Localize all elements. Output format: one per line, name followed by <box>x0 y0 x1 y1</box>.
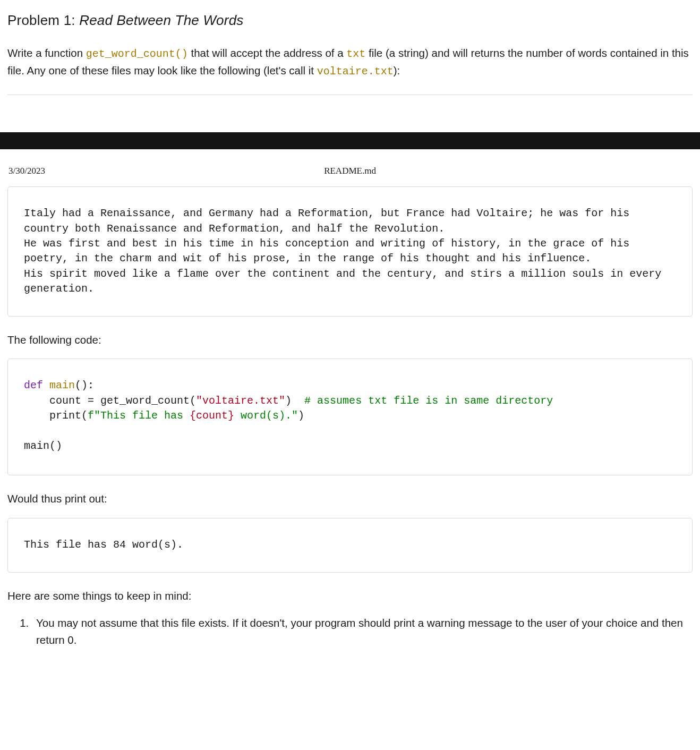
code-function: main <box>43 379 75 391</box>
code-text: main() <box>24 440 62 452</box>
code-text: ) <box>285 395 304 407</box>
intro-paragraph: Write a function get_word_count() that w… <box>7 45 693 80</box>
intro-text: that will accept the address of a <box>188 47 347 59</box>
page-header: 3/30/2023 README.md <box>7 164 693 177</box>
document-page: 3/30/2023 README.md Italy had a Renaissa… <box>0 149 700 672</box>
code-fstring: word(s)." <box>234 410 298 422</box>
code-inline-function: get_word_count() <box>86 48 188 60</box>
intro-text: Write a function <box>7 47 86 59</box>
code-text: count = get_word_count( <box>24 395 196 407</box>
code-interp: {count} <box>190 410 234 422</box>
code-text: print( <box>24 410 88 422</box>
list-item: You may not assume that this file exists… <box>32 615 693 649</box>
code-text: (): <box>75 379 94 391</box>
code-inline-filename: voltaire.txt <box>317 65 394 78</box>
paragraph: Here are some things to keep in mind: <box>7 587 693 604</box>
code-text: ) <box>298 410 304 422</box>
code-comment: # assumes txt file is in same directory <box>304 395 553 407</box>
code-inline-ext: txt <box>346 48 365 60</box>
horizontal-rule <box>7 95 693 95</box>
notes-list: You may not assume that this file exists… <box>32 615 693 649</box>
code-block: def main(): count = get_word_count("volt… <box>7 359 693 475</box>
problem-name: Read Between The Words <box>79 12 243 28</box>
paragraph: Would thus print out: <box>7 490 693 507</box>
document-page: Problem 1: Read Between The Words Write … <box>0 0 700 116</box>
paragraph: The following code: <box>7 331 693 348</box>
header-date: 3/30/2023 <box>8 164 45 178</box>
output-block: This file has 84 word(s). <box>7 518 693 572</box>
sample-text-block: Italy had a Renaissance, and Germany had… <box>7 186 693 316</box>
header-filename: README.md <box>324 164 376 178</box>
problem-title: Problem 1: Read Between The Words <box>7 10 693 31</box>
code-fstring: f"This file has <box>88 410 190 422</box>
page-divider-band <box>0 132 700 149</box>
intro-text: ): <box>394 64 400 76</box>
code-string: "voltaire.txt" <box>196 395 285 407</box>
problem-label: Problem 1: <box>7 12 75 28</box>
code-keyword: def <box>24 379 43 391</box>
